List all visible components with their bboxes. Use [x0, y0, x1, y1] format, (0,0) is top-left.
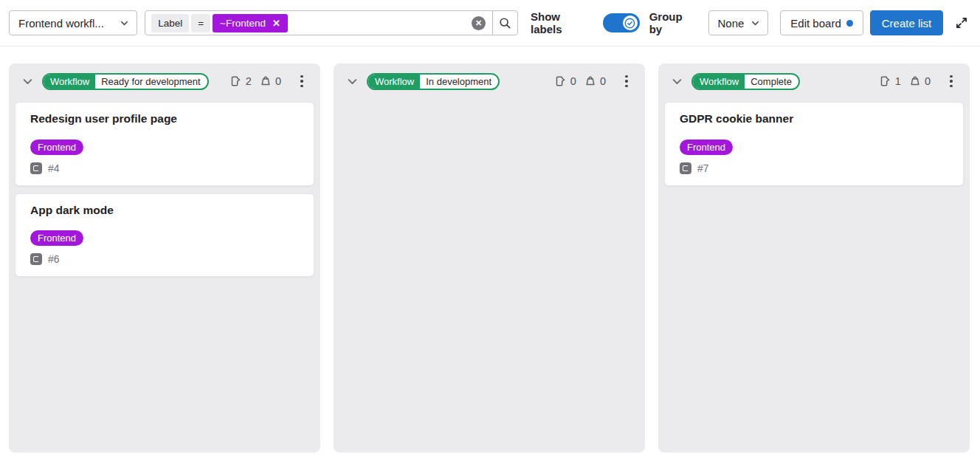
card-labels: Frontend — [680, 140, 948, 155]
filter-token-field[interactable]: Label — [151, 14, 189, 32]
issue-count: 1 — [895, 75, 901, 87]
notification-dot-icon — [846, 20, 853, 27]
chevron-down-icon — [120, 19, 128, 27]
expand-icon — [955, 16, 968, 30]
filter-token-value[interactable]: ~Frontend ✕ — [213, 14, 288, 32]
board-card[interactable]: App dark mode Frontend #6 — [15, 193, 314, 278]
search-icon — [499, 17, 511, 30]
list-header: Workflow Ready for development 2 0 — [9, 63, 320, 99]
filter-input[interactable] — [288, 11, 472, 35]
scoped-label-value: In development — [420, 75, 498, 89]
issue-count: 0 — [570, 75, 576, 87]
list-body — [334, 99, 645, 452]
weight-icon — [584, 75, 596, 87]
list-scoped-label[interactable]: Workflow Ready for development — [42, 73, 209, 90]
issues-icon — [880, 75, 891, 87]
collapse-list-button[interactable] — [21, 75, 34, 88]
create-list-label: Create list — [882, 17, 932, 30]
topbar: Frontend workfl... Label = ~Frontend ✕ ✕… — [0, 0, 980, 47]
issues-icon — [555, 75, 567, 87]
issue-type-icon — [30, 253, 42, 265]
filter-bar[interactable]: Label = ~Frontend ✕ ✕ — [145, 10, 518, 35]
scoped-label-key: Workflow — [368, 75, 420, 89]
board-card[interactable]: Redesign user profile page Frontend #4 — [15, 102, 314, 186]
search-button[interactable] — [492, 11, 517, 35]
weight-count: 0 — [925, 75, 931, 87]
board-selector-dropdown[interactable]: Frontend workfl... — [9, 10, 137, 35]
list-actions-kebab-icon[interactable] — [942, 71, 960, 92]
filter-token-value-label: ~Frontend — [220, 18, 266, 29]
weight-count: 0 — [275, 75, 281, 87]
list-counters: 1 0 — [880, 75, 935, 87]
list-counters: 2 0 — [230, 75, 286, 87]
collapse-list-button[interactable] — [670, 75, 683, 88]
issue-type-icon — [30, 162, 42, 174]
fullscreen-button[interactable] — [953, 15, 970, 31]
show-labels-label: Show labels — [531, 10, 594, 35]
label-pill[interactable]: Frontend — [30, 140, 83, 155]
group-by-dropdown[interactable]: None — [708, 10, 769, 35]
issues-icon — [230, 75, 242, 87]
board-card[interactable]: GDPR cookie banner Frontend #7 — [664, 102, 964, 186]
edit-board-button[interactable]: Edit board — [780, 10, 863, 35]
group-by-value: None — [718, 17, 745, 30]
label-pill[interactable]: Frontend — [30, 230, 83, 246]
clear-filter-icon[interactable]: ✕ — [472, 16, 486, 30]
group-by-label: Group by — [649, 10, 698, 35]
issue-count: 2 — [246, 75, 252, 87]
toggle-check-icon — [623, 16, 638, 30]
board-list-in-development: Workflow In development 0 0 — [334, 63, 645, 452]
weight-icon — [909, 75, 921, 87]
list-actions-kebab-icon[interactable] — [618, 71, 635, 92]
list-actions-kebab-icon[interactable] — [293, 71, 311, 92]
list-body: Redesign user profile page Frontend #4 A… — [9, 99, 320, 452]
weight-icon — [260, 75, 272, 87]
list-body: GDPR cookie banner Frontend #7 — [658, 99, 970, 452]
weight-count: 0 — [600, 75, 606, 87]
card-meta: #6 — [30, 253, 299, 265]
board-selector-label: Frontend workfl... — [18, 17, 104, 30]
scoped-label-key: Workflow — [693, 75, 745, 89]
chevron-down-icon — [672, 76, 683, 87]
chevron-down-icon — [22, 76, 33, 87]
card-labels: Frontend — [30, 140, 299, 155]
list-scoped-label[interactable]: Workflow Complete — [691, 73, 800, 90]
collapse-list-button[interactable] — [345, 75, 359, 88]
list-counters: 0 0 — [555, 75, 610, 87]
list-scoped-label[interactable]: Workflow In development — [367, 73, 500, 90]
issue-id: #6 — [48, 253, 60, 265]
label-pill[interactable]: Frontend — [680, 140, 733, 155]
issue-id: #7 — [697, 162, 709, 174]
create-list-button[interactable]: Create list — [870, 10, 944, 35]
chevron-down-icon — [347, 76, 358, 87]
card-title[interactable]: GDPR cookie banner — [680, 112, 948, 126]
issue-id: #4 — [48, 162, 60, 174]
filter-token-operator[interactable]: = — [191, 14, 210, 32]
list-header: Workflow Complete 1 0 — [658, 63, 970, 99]
list-header: Workflow In development 0 0 — [334, 63, 645, 99]
card-meta: #4 — [30, 162, 299, 174]
issue-type-icon — [680, 162, 691, 174]
board-list-ready-for-development: Workflow Ready for development 2 0 Redes… — [9, 63, 320, 452]
chevron-down-icon — [751, 19, 759, 27]
card-title[interactable]: Redesign user profile page — [30, 112, 299, 126]
board-list-complete: Workflow Complete 1 0 GDPR cookie banner… — [658, 63, 970, 452]
card-title[interactable]: App dark mode — [30, 204, 299, 218]
card-meta: #7 — [680, 162, 948, 174]
remove-token-icon[interactable]: ✕ — [272, 18, 280, 28]
issue-board: Workflow Ready for development 2 0 Redes… — [0, 47, 980, 452]
scoped-label-key: Workflow — [44, 75, 95, 89]
edit-board-label: Edit board — [790, 17, 841, 30]
show-labels-toggle[interactable] — [603, 13, 640, 32]
card-labels: Frontend — [30, 230, 299, 246]
scoped-label-value: Complete — [745, 75, 798, 89]
scoped-label-value: Ready for development — [95, 75, 207, 89]
